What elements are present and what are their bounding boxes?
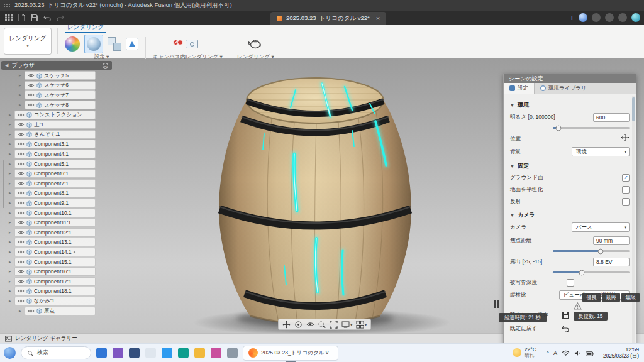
document-tab[interactable]: 2025.03.23_トリコのタル v22* × (270, 12, 386, 25)
section-fixed[interactable]: ▼ 固定 (510, 160, 630, 172)
look-at-icon[interactable] (306, 321, 314, 327)
visibility-eye-icon[interactable] (28, 102, 35, 107)
menu-grid-icon[interactable] (5, 14, 13, 21)
focal-length-input[interactable]: 90 mm (593, 236, 630, 245)
expand-caret-icon[interactable]: ▸ (9, 250, 14, 255)
exposure-slider[interactable] (553, 272, 630, 273)
tree-row[interactable]: ▸ スケッチ7 (19, 90, 113, 100)
group-settings-label[interactable]: 設定 ▾ (94, 53, 109, 62)
appearance-icon[interactable] (65, 36, 80, 52)
save-default-icon[interactable] (562, 312, 569, 319)
exposure-input[interactable]: 8.8 EV (593, 258, 630, 266)
tree-row[interactable]: ▸ Component8:1 (9, 189, 113, 198)
speaker-icon[interactable] (574, 348, 581, 359)
texture-map-icon[interactable] (108, 37, 121, 51)
zoom-icon[interactable] (318, 321, 326, 329)
file-menu-icon[interactable] (18, 14, 25, 21)
taskbar-app-icon[interactable] (145, 348, 156, 358)
tree-row[interactable]: ▸ Component7:1 (9, 179, 113, 189)
search-input[interactable]: 検索 (21, 346, 91, 359)
tree-row[interactable]: ▸ Component18:1 (9, 287, 113, 296)
orbit-icon[interactable] (294, 321, 303, 329)
workspace-selector[interactable]: レンダリング ▾ (4, 28, 52, 55)
visibility-eye-icon[interactable] (18, 112, 25, 118)
decal-icon[interactable] (126, 38, 138, 50)
flatten-ground-checkbox[interactable] (622, 186, 630, 194)
reset-default-label[interactable]: 既定に戻す (510, 325, 537, 332)
expand-caret-icon[interactable]: ▸ (9, 171, 14, 176)
visibility-eye-icon[interactable] (18, 299, 25, 304)
brightness-slider[interactable] (553, 127, 630, 129)
depth-of-field-checkbox[interactable] (567, 279, 574, 287)
new-tab-button[interactable]: + (569, 13, 574, 23)
tree-row[interactable]: ▸ スケッチ6 (19, 81, 113, 90)
expand-caret-icon[interactable]: ▸ (9, 220, 14, 225)
collapse-arrow-icon[interactable]: ◀ (5, 63, 8, 68)
tree-row[interactable]: ▸ Component12:1 (9, 228, 113, 238)
visibility-eye-icon[interactable] (18, 122, 25, 127)
save-icon[interactable] (31, 14, 38, 21)
panel-scrollbar[interactable] (632, 96, 635, 347)
ribbon-tab-rendering[interactable]: レンダリング (65, 23, 106, 33)
tree-row[interactable]: ▸ コンストラクション (9, 110, 113, 119)
expand-caret-icon[interactable]: ▸ (9, 200, 14, 206)
expand-caret-icon[interactable]: ▸ (19, 92, 25, 97)
expand-caret-icon[interactable]: ▸ (19, 73, 25, 78)
expand-caret-icon[interactable]: ▸ (9, 239, 14, 244)
visibility-eye-icon[interactable] (18, 260, 25, 265)
pan-icon[interactable] (282, 321, 291, 329)
tree-row[interactable]: ▸ Component3:1 (9, 140, 113, 149)
tree-row[interactable]: ▸ 上:1 (9, 120, 113, 129)
taskbar-app-icon[interactable] (96, 348, 107, 358)
taskbar-fusion-app[interactable]: 2025.03.23_トリコのタル v... (243, 346, 338, 361)
tray-expand-icon[interactable]: ^ (547, 350, 549, 356)
tree-row[interactable]: ▸ Component6:1 (9, 169, 113, 178)
expand-caret-icon[interactable]: ▸ (19, 309, 25, 314)
expand-caret-icon[interactable]: ▸ (9, 190, 14, 195)
tree-row[interactable]: ▸ スケッチ5 (19, 71, 113, 80)
expand-caret-icon[interactable]: ▸ (9, 279, 14, 284)
job-status-icon[interactable] (618, 13, 627, 22)
taskbar-app-icon[interactable] (113, 348, 123, 358)
taskbar-app-icon[interactable] (211, 348, 221, 358)
display-settings-icon[interactable]: ▾ (341, 321, 352, 328)
brightness-input[interactable]: 600 (593, 113, 630, 122)
ime-indicator[interactable]: A (553, 350, 557, 356)
visibility-eye-icon[interactable] (18, 181, 25, 186)
taskbar-app-icon[interactable] (129, 348, 140, 358)
visibility-eye-icon[interactable] (18, 141, 25, 146)
battery-icon[interactable] (586, 348, 594, 359)
fit-icon[interactable] (330, 321, 338, 329)
background-select[interactable]: 環境 (572, 147, 630, 156)
visibility-eye-icon[interactable] (18, 162, 25, 167)
section-camera[interactable]: ▼ カメラ (510, 209, 630, 221)
taskbar-app-icon[interactable] (178, 348, 189, 358)
capture-image-icon[interactable] (186, 40, 198, 48)
teapot-render-icon[interactable] (247, 36, 264, 52)
browser-scrollbar[interactable] (3, 160, 4, 208)
taskbar-app-icon[interactable] (227, 348, 238, 358)
taskbar-clock[interactable]: 12:59 2025/03/23 (日) (603, 347, 639, 359)
reflection-checkbox[interactable] (622, 198, 630, 206)
tree-row[interactable]: ▸ Component16:1 (9, 267, 113, 277)
visibility-eye-icon[interactable] (28, 309, 35, 314)
wifi-icon[interactable] (562, 348, 570, 359)
expand-caret-icon[interactable]: ▸ (9, 230, 14, 235)
render-quality-good-button[interactable]: 優良 (582, 293, 601, 302)
expand-caret-icon[interactable]: ▸ (9, 112, 14, 118)
visibility-eye-icon[interactable] (18, 190, 25, 195)
expand-caret-icon[interactable]: ▸ (9, 141, 14, 146)
expand-caret-icon[interactable]: ▸ (9, 299, 14, 304)
expand-caret-icon[interactable]: ▸ (9, 181, 14, 186)
copilot-icon[interactable] (4, 347, 16, 359)
app-grid-icon[interactable] (4, 4, 11, 7)
extension-icon[interactable] (579, 13, 587, 22)
tree-row[interactable]: ▸ Component14:1 ● (9, 248, 113, 257)
scene-settings-button[interactable] (84, 35, 103, 53)
expand-caret-icon[interactable]: ▸ (9, 211, 14, 216)
browser-pin-icon[interactable]: – (103, 63, 108, 69)
visibility-eye-icon[interactable] (18, 239, 25, 244)
tree-row[interactable]: ▸ Component13:1 (9, 238, 113, 247)
visibility-eye-icon[interactable] (18, 230, 25, 235)
expand-caret-icon[interactable]: ▸ (9, 132, 14, 137)
